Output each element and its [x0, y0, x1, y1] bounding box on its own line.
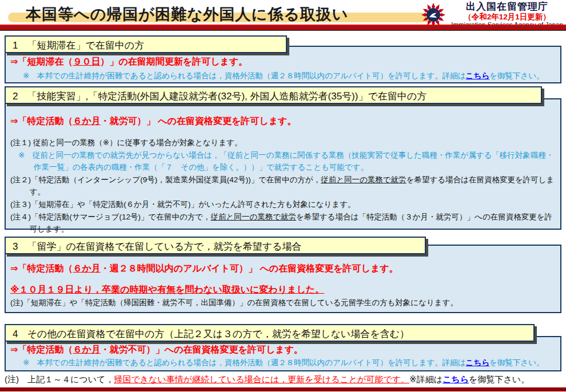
section3-panel: ⇒「特定活動（６か月・週２８時間以内のアルバイト可）」 への在留資格変更を許可し…: [5, 245, 561, 313]
section2-note2-pre: (注２)「特定活動（インターンシップ(9号)，製造業外国従業員(42号))」で在…: [10, 175, 321, 184]
section3-arrow-pre: ⇒「特定活動（: [10, 263, 73, 273]
section3-arrow-post: ・週２８時間以内のアルバイト可）」 への在留資格変更を許可します。: [101, 263, 398, 273]
section1-note: ※ 本邦での生計維持が困難であると認められる場合は，資格外活動（週２８時間以内の…: [23, 71, 556, 81]
section1-heading: 1「短期滞在」で在留中の方: [5, 35, 287, 53]
header-divider-band: [0, 25, 566, 31]
section2-arrow-line: ⇒「特定活動（６か月・就労可）」 への在留資格変更を許可します。: [10, 115, 556, 127]
section2-arrow-post: ・就労可）」 への在留資格変更を許可します。: [101, 116, 297, 126]
section4-heading-label: その他の在留資格で在留中の方（上記２又は３の方で，就労を希望しない場合を含む）: [27, 329, 409, 339]
section2-heading: 2「技能実習」,「特定活動(外国人建設就労者(32号), 外国人造船就労者(35…: [5, 86, 542, 104]
section2-notes: (注１) 従前と同一の業務（※）に従事する場合が対象となります。 ※ 従前と同一…: [10, 137, 556, 235]
section1-arrow-em: ９０日: [73, 57, 100, 66]
section4-heading: 4その他の在留資格で在留中の方（上記２又は３の方で，就労を希望しない場合を含む）: [5, 324, 535, 342]
section2-heading-label: 「技能実習」,「特定活動(外国人建設就労者(32号), 外国人造船就労者(35号…: [27, 91, 427, 102]
section2-note3: (注３)「短期滞在」や「特定活動(６か月・就労不可)」がいったん許可された方も対…: [10, 198, 556, 211]
section1-heading-label: 「短期滞在」で在留中の方: [27, 40, 144, 51]
section3-arrow-em: ６か月: [73, 263, 100, 273]
section1-arrow-line: ⇒「短期滞在（９０日）」の在留期間更新を許可します。: [10, 56, 556, 68]
section1-arrow-pre: ⇒「短期滞在（: [10, 57, 73, 66]
section3-arrow-line: ⇒「特定活動（６か月・週２８時間以内のアルバイト可）」 への在留資格変更を許可し…: [10, 263, 556, 275]
section4-arrow-pre: ⇒「特定活動（: [10, 345, 73, 354]
section4-arrow-post: ・就労不可）」への在留資格変更を許可します。: [101, 345, 303, 354]
page-title: 本国等への帰国が困難な外国人に係る取扱い: [26, 4, 348, 25]
agency-name-jp: 出入国在留管理庁: [449, 1, 565, 13]
footer-note: (注) 上記１～４について，帰国できない事情が継続している場合には，更新を受ける…: [5, 374, 564, 385]
footer-mid: ※詳細は: [409, 374, 443, 384]
footer-post: を御覧下さい。: [469, 374, 529, 384]
section3-note: (注)「短期滞在」や「特定活動（帰国困難・就労不可，出国準備）」の在留資格で在留…: [10, 298, 556, 308]
section1-note-post: を御覧下さい。: [489, 71, 544, 80]
section2-panel: ⇒「特定活動（６か月・就労可）」 への在留資格変更を許可します。 (注１) 従前…: [5, 98, 561, 230]
section1-number: 1: [13, 40, 18, 51]
footer-red-emphasis: 帰国できない事情が継続している場合には，更新を受けることが可能です。: [114, 374, 409, 384]
section2-note4-pre: (注４)「特定活動(サマージョブ(12号)」で在留中の方で，: [10, 213, 211, 221]
section2-note4: (注４)「特定活動(サマージョブ(12号)」で在留中の方で，従前と同一の業務で就…: [10, 211, 556, 235]
section2-arrow-em: ６か月: [73, 116, 100, 126]
section4-arrow-line: ⇒「特定活動（６か月・就労不可）」への在留資格変更を許可します。: [10, 344, 556, 356]
section1-arrow-post: ）」の在留期間更新を許可します。: [100, 57, 248, 66]
footer-pre: (注) 上記１～４について，: [5, 374, 114, 384]
section2-note2: (注２)「特定活動（インターンシップ(9号)，製造業外国従業員(42号))」で在…: [10, 174, 556, 198]
section4-note: ※ 本邦での生計維持が困難であると認められる場合は，資格外活動（週２８時間以内の…: [23, 358, 556, 368]
section2-arrow-pre: ⇒「特定活動（: [10, 116, 73, 126]
agency-update-note: （令和2年12月1日更新）: [449, 13, 565, 22]
section2-number: 2: [13, 91, 18, 102]
section2-note2-underline: 従前と同一の業務で就労: [321, 175, 406, 184]
section4-number: 4: [13, 329, 18, 340]
page: 本国等への帰国が困難な外国人に係る取扱い 出入国在留管理庁: [0, 0, 566, 392]
section1-details-link[interactable]: こちら: [466, 71, 489, 80]
section3-heading: 3「留学」の在留資格で在留している方で，就労を希望する場合: [5, 237, 426, 254]
section4-note-pre: ※ 本邦での生計維持が困難であると認められる場合は，資格外活動（週２８時間以内の…: [23, 358, 466, 367]
section4-note-post: を御覧下さい。: [489, 358, 544, 367]
section3-heading-label: 「留学」の在留資格で在留している方で，就労を希望する場合: [27, 241, 301, 252]
section4-details-link[interactable]: こちら: [466, 358, 489, 367]
section4-arrow-em: ６か月: [73, 345, 100, 354]
immigration-agency-logo-icon: [421, 2, 446, 27]
section2-note4-underline: 従前と同一の業務で就労: [211, 213, 296, 221]
section3-change-highlight: ※１０月１９日より，卒業の時期や有無を問わない取扱いに変わりました。: [10, 284, 556, 296]
section3-number: 3: [13, 241, 18, 253]
bottom-bar: [0, 387, 566, 391]
section1-note-pre: ※ 本邦での生計維持が困難であると認められる場合は，資格外活動（週２８時間以内の…: [23, 71, 466, 80]
section2-note1: (注１) 従前と同一の業務（※）に従事する場合が対象となります。: [10, 137, 556, 149]
footer-details-link[interactable]: こちら: [443, 374, 469, 384]
section2-note1-sub: ※ 従前と同一の業務での就労先が見つからない場合は，「従前と同一の業務に関係する…: [18, 149, 556, 174]
